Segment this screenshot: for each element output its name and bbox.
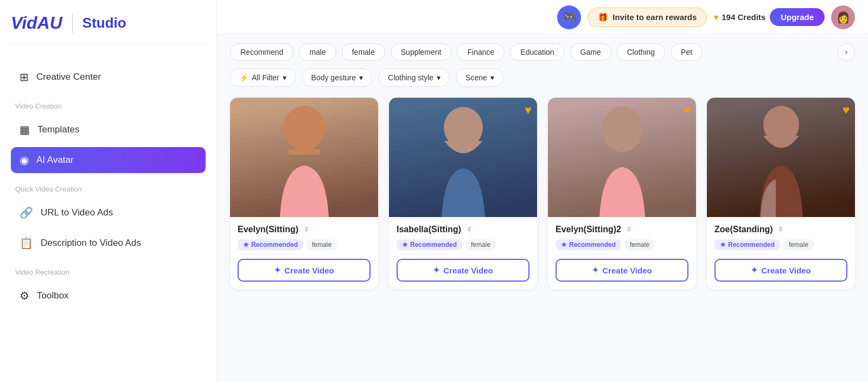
avatar-thumb-2: ♥ xyxy=(548,98,696,217)
credits-area: ♥ 194 Credits Upgrade xyxy=(713,8,825,26)
avatar-heart-3[interactable]: ♀ xyxy=(777,224,785,235)
avatar-heart-2[interactable]: ♀ xyxy=(626,224,633,235)
gift-icon: 🎁 xyxy=(598,12,608,22)
creative-center-label: Creative Center xyxy=(36,72,101,82)
clothing-style-chevron: ▾ xyxy=(437,73,441,82)
avatar-name-2: Evelyn(Sitting)2 xyxy=(556,225,621,234)
cat-education[interactable]: Education xyxy=(510,43,564,61)
filter-row: ⚡ All Filter ▾ Body gesture ▾ Clothing s… xyxy=(230,68,855,87)
avatar-name-row-1: Isabella(Sitting) ♀ xyxy=(397,224,529,235)
sidebar-item-desc-to-video[interactable]: 📋 Description to Video Ads xyxy=(11,230,206,256)
sparkle-icon-0: ✦ xyxy=(274,265,281,275)
cat-female[interactable]: female xyxy=(342,43,385,61)
quick-video-section: Quick Video Creation xyxy=(11,185,206,193)
cat-clothing[interactable]: Clothing xyxy=(617,43,665,61)
fav-badge-2: ♥ xyxy=(684,103,691,117)
avatar-heart-1[interactable]: ♀ xyxy=(465,224,473,235)
create-label-2: Create Video xyxy=(602,266,652,275)
sparkle-icon-3: ✦ xyxy=(751,265,758,275)
filter-chevron: ▾ xyxy=(283,73,286,82)
gender-tag-3: female xyxy=(783,239,814,250)
avatar-info-3: Zoe(Standing) ♀ ★ Recommended female xyxy=(707,217,855,259)
toolbox-label: Toolbox xyxy=(37,290,69,301)
avatar-card-2[interactable]: ♥ Evelyn(Sitting)2 ♀ ★ Recommended femal… xyxy=(548,98,696,289)
scene-label: Scene xyxy=(465,73,487,82)
cat-finance[interactable]: Finance xyxy=(457,43,505,61)
cat-supplement[interactable]: Supplement xyxy=(391,43,452,61)
scene-filter[interactable]: Scene ▾ xyxy=(456,68,503,87)
avatar-thumb-1: ♥ xyxy=(389,98,537,217)
avatar-icon: ◉ xyxy=(20,154,29,167)
tags-row-1: ★ Recommended female xyxy=(397,239,529,250)
sidebar-item-ai-avatar[interactable]: ◉ AI Avatar xyxy=(11,147,206,173)
body-gesture-label: Body gesture xyxy=(311,73,356,82)
avatar-info-2: Evelyn(Sitting)2 ♀ ★ Recommended female xyxy=(548,217,696,259)
sidebar-item-templates[interactable]: ▦ Templates xyxy=(11,117,206,143)
recommended-label-3: Recommended xyxy=(728,241,775,249)
avatar-name-1: Isabella(Sitting) xyxy=(397,225,461,234)
create-video-btn-2[interactable]: ✦ Create Video xyxy=(556,259,688,282)
avatar-info-0: Evelyn(Sitting) ♀ ★ Recommended female xyxy=(230,217,378,259)
user-avatar[interactable]: 👩 xyxy=(831,5,855,29)
recommended-tag-0: ★ Recommended xyxy=(238,239,303,250)
ai-avatar-label: AI Avatar xyxy=(36,155,74,165)
coin-icon: ♥ xyxy=(713,12,718,22)
recommended-tag-1: ★ Recommended xyxy=(397,239,462,250)
discord-icon: 🎮 xyxy=(562,10,577,24)
avatar-thumb-3: ♥ xyxy=(707,98,855,217)
cat-recommend[interactable]: Recommend xyxy=(230,43,293,61)
cat-game[interactable]: Game xyxy=(570,43,611,61)
invite-label: Invite to earn rewards xyxy=(612,12,697,22)
sparkle-icon-1: ✦ xyxy=(433,265,440,275)
create-video-btn-3[interactable]: ✦ Create Video xyxy=(714,259,847,282)
url-to-video-label: URL to Video Ads xyxy=(41,207,113,218)
credits-value: 194 Credits xyxy=(722,12,765,22)
sidebar-item-toolbox[interactable]: ⚙ Toolbox xyxy=(11,283,206,309)
discord-button[interactable]: 🎮 xyxy=(557,5,581,29)
invite-button[interactable]: 🎁 Invite to earn rewards xyxy=(588,8,707,27)
star-icon-3: ★ xyxy=(720,241,726,249)
body-gesture-filter[interactable]: Body gesture ▾ xyxy=(302,68,373,87)
sidebar-item-creative-center[interactable]: ⊞ Creative Center xyxy=(11,64,206,90)
recommended-label-2: Recommended xyxy=(569,241,616,249)
avatar-info-1: Isabella(Sitting) ♀ ★ Recommended female xyxy=(389,217,537,259)
scene-chevron: ▾ xyxy=(490,73,494,82)
avatar-card-3[interactable]: ♥ Zoe(Standing) ♀ ★ Recommended female xyxy=(707,98,855,289)
product-name: Studio xyxy=(82,15,126,31)
avatar-card-0[interactable]: Evelyn(Sitting) ♀ ★ Recommended female ✦… xyxy=(230,98,378,289)
avatar-heart-0[interactable]: ♀ xyxy=(303,224,310,235)
toolbox-icon: ⚙ xyxy=(20,289,29,302)
templates-icon: ▦ xyxy=(20,123,30,136)
gender-tag-1: female xyxy=(465,239,496,250)
clothing-style-filter[interactable]: Clothing style ▾ xyxy=(379,68,450,87)
recommended-label-1: Recommended xyxy=(410,241,457,249)
recommended-label-0: Recommended xyxy=(251,241,298,249)
templates-label: Templates xyxy=(37,124,79,135)
logo-divider xyxy=(72,14,73,33)
sidebar-item-url-to-video[interactable]: 🔗 URL to Video Ads xyxy=(11,200,206,226)
tags-row-0: ★ Recommended female xyxy=(238,239,371,250)
cat-male[interactable]: male xyxy=(299,43,336,61)
create-video-btn-0[interactable]: ✦ Create Video xyxy=(238,259,371,282)
clothing-style-label: Clothing style xyxy=(388,73,433,82)
svg-rect-2 xyxy=(288,149,321,155)
cat-pet[interactable]: Pet xyxy=(671,43,703,61)
avatar-card-1[interactable]: ♥ Isabella(Sitting) ♀ ★ Recommended fema… xyxy=(389,98,537,289)
recommended-tag-3: ★ Recommended xyxy=(714,239,780,250)
category-row: Recommend male female Supplement Finance… xyxy=(230,43,855,61)
avatar-name-3: Zoe(Standing) xyxy=(714,225,773,234)
recommended-tag-2: ★ Recommended xyxy=(556,239,621,250)
upgrade-button[interactable]: Upgrade xyxy=(770,8,825,26)
avatar-grid: Evelyn(Sitting) ♀ ★ Recommended female ✦… xyxy=(230,98,855,289)
star-icon-1: ★ xyxy=(402,241,408,249)
fav-badge-1: ♥ xyxy=(525,103,532,117)
topbar: 🎮 🎁 Invite to earn rewards ♥ 194 Credits… xyxy=(217,0,868,35)
avatar-thumb-0 xyxy=(230,98,378,217)
avatar-name-row-3: Zoe(Standing) ♀ xyxy=(714,224,847,235)
sparkle-icon-2: ✦ xyxy=(592,265,599,275)
all-filter-button[interactable]: ⚡ All Filter ▾ xyxy=(230,68,296,87)
logo-area: VidAU Studio xyxy=(11,13,206,44)
main-content: 🎮 🎁 Invite to earn rewards ♥ 194 Credits… xyxy=(217,0,868,382)
create-video-btn-1[interactable]: ✦ Create Video xyxy=(397,259,529,282)
category-next-button[interactable]: › xyxy=(838,43,855,61)
